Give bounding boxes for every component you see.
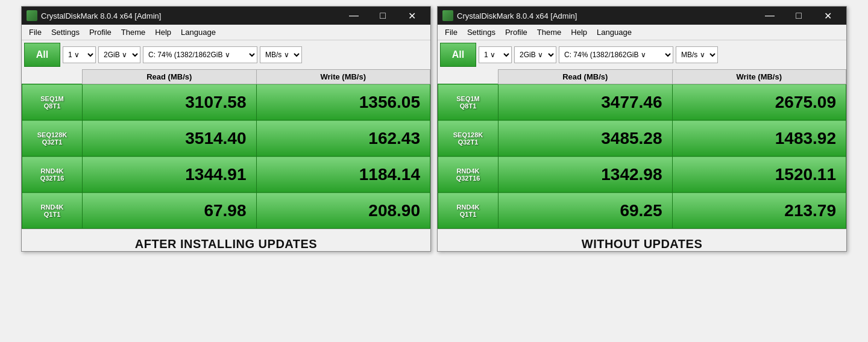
app-icon-2 — [442, 10, 453, 21]
footer-1 — [22, 229, 430, 234]
row-label-2-1: SEQ128K Q32T1 — [438, 120, 498, 157]
unit-select-1[interactable]: MB/s ∨ — [260, 46, 302, 63]
benchmark-table-2: Read (MB/s) Write (MB/s) SEQ1M Q8T1 3477… — [438, 69, 846, 229]
num-runs-select-2[interactable]: 1 ∨ — [479, 46, 512, 63]
row-label-1-3: RND4K Q1T1 — [22, 193, 83, 229]
write-value-2-2: 1520.11 — [672, 157, 846, 193]
row-label-2-0: SEQ1M Q8T1 — [438, 84, 498, 120]
row-label-1-2: RND4K Q32T16 — [22, 157, 83, 193]
close-btn-2[interactable]: ✕ — [814, 7, 841, 25]
window-2: CrystalDiskMark 8.0.4 x64 [Admin] — □ ✕ … — [437, 6, 847, 252]
read-value-1-1: 3514.40 — [83, 120, 257, 157]
col-header-empty-2 — [438, 70, 498, 84]
all-button-2[interactable]: All — [440, 43, 476, 67]
table-row: SEQ128K Q32T1 3485.28 1483.92 — [438, 120, 846, 157]
menu-help-2[interactable]: Help — [566, 26, 592, 39]
menu-language-2[interactable]: Language — [592, 26, 637, 39]
menu-profile-2[interactable]: Profile — [500, 26, 532, 39]
read-value-1-2: 1344.91 — [83, 157, 257, 193]
table-row: SEQ128K Q32T1 3514.40 162.43 — [22, 120, 430, 157]
write-value-2-3: 213.79 — [672, 193, 846, 229]
window-1: CrystalDiskMark 8.0.4 x64 [Admin] — □ ✕ … — [21, 6, 431, 252]
table-row: RND4K Q1T1 69.25 213.79 — [438, 193, 846, 229]
close-btn-1[interactable]: ✕ — [398, 7, 426, 25]
read-value-1-0: 3107.58 — [83, 84, 257, 120]
footer-2 — [438, 229, 846, 234]
title-controls-2: — □ ✕ — [756, 7, 841, 25]
write-value-1-0: 1356.05 — [256, 84, 430, 120]
row-label-1-0: SEQ1M Q8T1 — [22, 84, 83, 120]
row-label-2-2: RND4K Q32T16 — [438, 157, 498, 193]
menu-bar-1: File Settings Profile Theme Help Languag… — [22, 25, 430, 40]
table-row: SEQ1M Q8T1 3477.46 2675.09 — [438, 84, 846, 120]
caption-2: WITHOUT UPDATES — [438, 237, 846, 251]
title-bar-2: CrystalDiskMark 8.0.4 x64 [Admin] — □ ✕ — [438, 7, 846, 25]
col-header-read-2: Read (MB/s) — [498, 70, 673, 84]
col-header-empty-1 — [22, 70, 83, 84]
table-row: RND4K Q1T1 67.98 208.90 — [22, 193, 430, 229]
menu-theme-2[interactable]: Theme — [532, 26, 566, 39]
menu-bar-2: File Settings Profile Theme Help Languag… — [438, 25, 846, 40]
menu-help-1[interactable]: Help — [150, 26, 176, 39]
menu-settings-2[interactable]: Settings — [462, 26, 500, 39]
write-value-1-3: 208.90 — [256, 193, 430, 229]
read-value-2-1: 3485.28 — [498, 120, 673, 157]
test-size-select-2[interactable]: 2GiB ∨ — [514, 46, 556, 63]
read-value-2-0: 3477.46 — [498, 84, 673, 120]
all-button-1[interactable]: All — [24, 43, 60, 67]
read-value-2-3: 69.25 — [498, 193, 673, 229]
window-title-1: CrystalDiskMark 8.0.4 x64 [Admin] — [41, 11, 340, 20]
row-label-1-1: SEQ128K Q32T1 — [22, 120, 83, 157]
minimize-btn-1[interactable]: — — [340, 7, 368, 25]
toolbar-1: All 1 ∨ 2GiB ∨ C: 74% (1382/1862GiB ∨ MB… — [22, 40, 430, 69]
toolbar-2: All 1 ∨ 2GiB ∨ C: 74% (1382/1862GiB ∨ MB… — [438, 40, 846, 69]
title-controls-1: — □ ✕ — [340, 7, 426, 25]
table-row: SEQ1M Q8T1 3107.58 1356.05 — [22, 84, 430, 120]
benchmark-table-1: Read (MB/s) Write (MB/s) SEQ1M Q8T1 3107… — [22, 69, 430, 229]
window-title-2: CrystalDiskMark 8.0.4 x64 [Admin] — [457, 11, 756, 20]
caption-1: AFTER INSTALLING UPDATES — [22, 237, 430, 251]
menu-file-1[interactable]: File — [24, 26, 46, 39]
write-value-2-1: 1483.92 — [672, 120, 846, 157]
test-size-select-1[interactable]: 2GiB ∨ — [98, 46, 140, 63]
col-header-write-2: Write (MB/s) — [672, 70, 846, 84]
menu-theme-1[interactable]: Theme — [116, 26, 150, 39]
maximize-btn-2[interactable]: □ — [785, 7, 813, 25]
col-header-read-1: Read (MB/s) — [83, 70, 257, 84]
windows-container: CrystalDiskMark 8.0.4 x64 [Admin] — □ ✕ … — [6, 6, 862, 252]
title-bar-1: CrystalDiskMark 8.0.4 x64 [Admin] — □ ✕ — [22, 7, 430, 25]
menu-settings-1[interactable]: Settings — [46, 26, 84, 39]
maximize-btn-1[interactable]: □ — [369, 7, 397, 25]
menu-profile-1[interactable]: Profile — [84, 26, 116, 39]
num-runs-select-1[interactable]: 1 ∨ — [63, 46, 96, 63]
table-row: RND4K Q32T16 1342.98 1520.11 — [438, 157, 846, 193]
row-label-2-3: RND4K Q1T1 — [438, 193, 498, 229]
write-value-1-1: 162.43 — [256, 120, 430, 157]
write-value-2-0: 2675.09 — [672, 84, 846, 120]
drive-select-1[interactable]: C: 74% (1382/1862GiB ∨ — [143, 46, 257, 63]
table-row: RND4K Q32T16 1344.91 1184.14 — [22, 157, 430, 193]
write-value-1-2: 1184.14 — [256, 157, 430, 193]
col-header-write-1: Write (MB/s) — [256, 70, 430, 84]
menu-language-1[interactable]: Language — [176, 26, 221, 39]
drive-select-2[interactable]: C: 74% (1382/1862GiB ∨ — [559, 46, 673, 63]
read-value-1-3: 67.98 — [83, 193, 257, 229]
app-icon-1 — [27, 10, 37, 21]
menu-file-2[interactable]: File — [440, 26, 462, 39]
unit-select-2[interactable]: MB/s ∨ — [676, 46, 718, 63]
read-value-2-2: 1342.98 — [498, 157, 673, 193]
minimize-btn-2[interactable]: — — [756, 7, 784, 25]
